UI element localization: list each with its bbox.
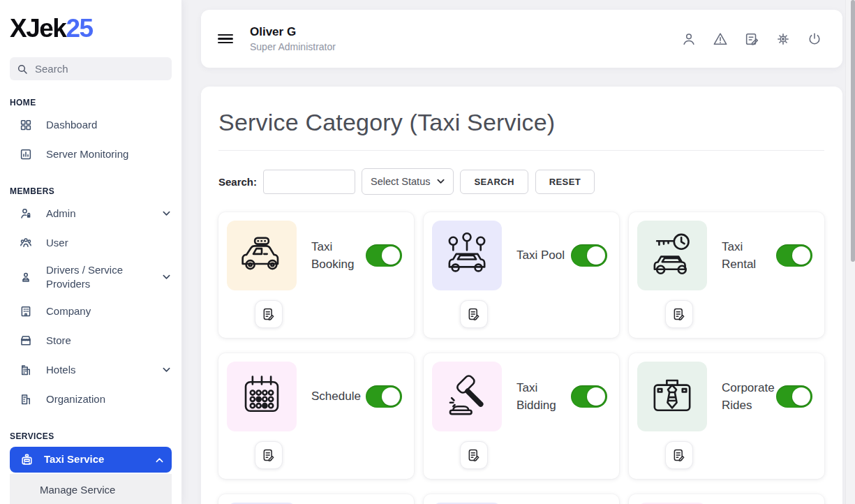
edit-note-icon	[262, 448, 276, 462]
settings-gear-icon[interactable]	[773, 29, 793, 49]
service-image-tile	[637, 221, 707, 290]
toggle-knob	[382, 387, 400, 406]
status-select-value: Select Status	[371, 176, 430, 187]
edit-button[interactable]	[665, 441, 693, 469]
sidebar-item-drivers-service-providers[interactable]: Drivers / Service Providers	[0, 258, 181, 297]
page-scrollbar-thumb[interactable]	[851, 0, 855, 262]
service-name: Taxi Bidding	[516, 379, 571, 415]
toggle-knob	[587, 246, 605, 265]
power-logout-icon[interactable]	[805, 29, 824, 49]
nav-label: User	[46, 236, 68, 250]
service-toggle[interactable]	[366, 244, 402, 267]
user-name: Oliver G	[250, 25, 336, 39]
chevron-up-icon	[156, 457, 163, 463]
hotel-icon	[20, 364, 32, 376]
carpool-icon	[443, 231, 491, 280]
taxi-car-icon	[237, 231, 286, 280]
report-edit-icon[interactable]	[742, 29, 761, 49]
sidebar-item-server-monitoring[interactable]: Server Monitoring	[0, 140, 181, 169]
edit-button[interactable]	[255, 300, 283, 328]
sidebar-item-user[interactable]: User	[0, 228, 181, 258]
sidebar-item-store[interactable]: Store	[0, 326, 181, 355]
profile-icon[interactable]	[679, 29, 699, 49]
edit-button[interactable]	[255, 441, 283, 469]
service-toggle[interactable]	[776, 244, 812, 267]
edit-note-icon	[672, 448, 686, 462]
service-card-taxi-hire: Taxi Hire	[218, 494, 414, 504]
service-toggle[interactable]	[776, 385, 812, 408]
edit-note-icon	[262, 307, 276, 321]
sidebar-item-company[interactable]: Company	[0, 297, 181, 326]
service-name: Corporate Rides	[722, 379, 776, 415]
sidebar-item-admin[interactable]: Admin	[0, 199, 181, 228]
search-label: Search:	[218, 176, 257, 188]
edit-button[interactable]	[460, 300, 488, 328]
chevron-down-icon	[163, 274, 170, 280]
service-name: Schedule	[311, 387, 366, 406]
storefront-icon	[20, 334, 32, 347]
top-bar: Oliver G Super Administrator	[201, 10, 842, 68]
main-area: Oliver G Super Administrator Service Cat…	[181, 0, 855, 504]
key-clock-car-icon	[648, 231, 697, 280]
logo-accent-text: 25	[66, 14, 92, 43]
app-logo[interactable]: XJek25	[0, 0, 181, 43]
reset-button[interactable]: RESET	[535, 170, 595, 194]
service-name: Taxi Pool	[516, 246, 571, 265]
status-select[interactable]: Select Status	[362, 168, 454, 195]
service-image-tile	[227, 221, 297, 290]
service-cards-grid: Taxi Booking Taxi Pool	[218, 212, 824, 504]
page-scrollbar[interactable]	[845, 0, 855, 504]
sidebar-search[interactable]	[10, 57, 172, 80]
nav-label: Hotels	[46, 363, 76, 377]
search-icon	[17, 64, 28, 75]
toggle-knob	[587, 387, 605, 406]
search-input[interactable]	[263, 170, 355, 194]
nav-label: Taxi Service	[44, 452, 104, 466]
service-image-tile	[432, 221, 502, 290]
nav-label: Organization	[46, 392, 105, 406]
service-toggle[interactable]	[571, 385, 607, 408]
sidebar-item-organization[interactable]: Organization	[0, 385, 181, 414]
service-toggle[interactable]	[366, 385, 402, 408]
sidebar-search-input[interactable]	[34, 62, 165, 75]
bar-chart-icon	[20, 148, 32, 161]
briefcase-tie-icon	[648, 372, 697, 421]
service-toggle[interactable]	[571, 244, 607, 267]
edit-note-icon	[467, 448, 481, 462]
chevron-down-icon	[163, 211, 170, 216]
content-panel: Service Category (Taxi Service) Search: …	[201, 87, 842, 504]
nav-label: Company	[46, 304, 91, 318]
search-button[interactable]: SEARCH	[460, 170, 528, 194]
toggle-knob	[382, 246, 400, 265]
edit-button[interactable]	[460, 441, 488, 469]
topbar-icons	[679, 29, 824, 49]
dashboard-icon	[20, 119, 32, 131]
sidebar-item-dashboard[interactable]: Dashboard	[0, 110, 181, 140]
edit-button[interactable]	[665, 300, 693, 328]
sidebar-submenu: Manage Service	[10, 474, 172, 504]
sidebar-subitem-manage-service[interactable]: Manage Service	[40, 484, 165, 496]
taxi-icon	[20, 453, 34, 466]
service-card-taxi-bidding: Taxi Bidding	[424, 353, 619, 479]
nav-section-services: SERVICES	[10, 431, 172, 441]
sidebar-item-taxi-service[interactable]: Taxi Service	[10, 447, 172, 473]
service-card-bottom-right	[629, 494, 824, 504]
service-card-taxi-pool: Taxi Pool	[424, 212, 619, 338]
filter-row: Search: Select Status SEARCH RESET	[218, 168, 824, 195]
hamburger-menu-icon[interactable]	[218, 34, 233, 44]
user-role: Super Administrator	[250, 41, 336, 52]
alert-triangle-icon[interactable]	[711, 29, 730, 49]
organization-building-icon	[20, 393, 32, 406]
nav-section-members: MEMBERS	[10, 186, 172, 196]
users-group-icon	[20, 237, 32, 249]
logo-text: XJek	[10, 14, 66, 43]
page-title: Service Category (Taxi Service)	[218, 109, 824, 151]
nav-section-home: HOME	[10, 98, 172, 108]
admin-user-lock-icon	[20, 207, 32, 220]
gavel-icon	[443, 372, 491, 421]
nav-label: Drivers / Service Providers	[46, 263, 149, 292]
nav-label: Admin	[46, 207, 76, 221]
sidebar-item-hotels[interactable]: Hotels	[0, 355, 181, 385]
edit-note-icon	[467, 307, 481, 321]
driver-icon	[20, 271, 32, 283]
